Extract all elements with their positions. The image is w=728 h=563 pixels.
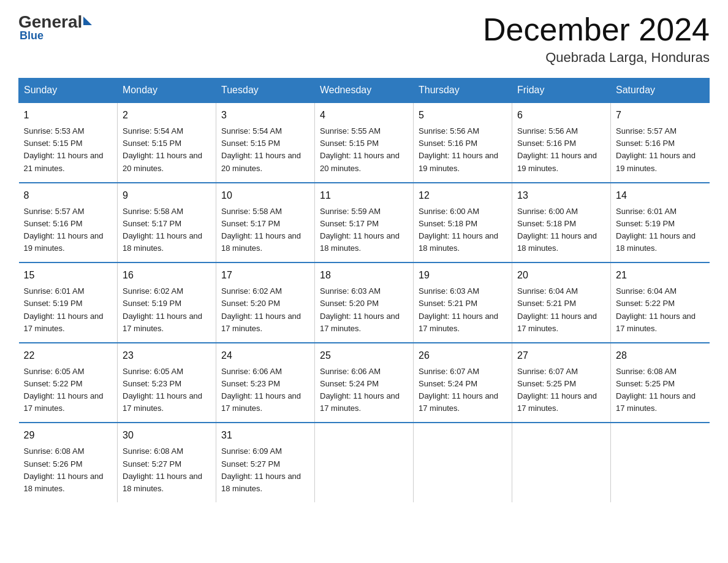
calendar-cell: 12Sunrise: 6:00 AMSunset: 5:18 PMDayligh… <box>414 183 512 263</box>
calendar-cell: 26Sunrise: 6:07 AMSunset: 5:24 PMDayligh… <box>414 343 512 423</box>
calendar-body: 1Sunrise: 5:53 AMSunset: 5:15 PMDaylight… <box>19 102 710 502</box>
calendar-cell: 15Sunrise: 6:01 AMSunset: 5:19 PMDayligh… <box>19 262 118 343</box>
page-header: General Blue December 2024 Quebrada Larg… <box>18 12 710 66</box>
day-info: Sunrise: 6:03 AMSunset: 5:20 PMDaylight:… <box>320 285 408 335</box>
day-number: 21 <box>616 268 705 283</box>
logo: General Blue <box>18 12 92 42</box>
calendar-cell <box>315 423 414 502</box>
day-number: 15 <box>24 268 113 283</box>
col-saturday: Saturday <box>611 79 710 103</box>
location-title: Quebrada Larga, Honduras <box>483 50 710 66</box>
day-info: Sunrise: 6:00 AMSunset: 5:18 PMDaylight:… <box>517 205 605 255</box>
day-number: 17 <box>221 268 309 283</box>
calendar-cell: 31Sunrise: 6:09 AMSunset: 5:27 PMDayligh… <box>216 423 315 502</box>
day-info: Sunrise: 5:58 AMSunset: 5:17 PMDaylight:… <box>221 205 309 255</box>
day-info: Sunrise: 6:08 AMSunset: 5:27 PMDaylight:… <box>123 445 211 495</box>
calendar-cell: 25Sunrise: 6:06 AMSunset: 5:24 PMDayligh… <box>315 343 414 423</box>
day-info: Sunrise: 6:08 AMSunset: 5:26 PMDaylight:… <box>24 445 113 495</box>
calendar-cell: 30Sunrise: 6:08 AMSunset: 5:27 PMDayligh… <box>118 423 216 502</box>
col-thursday: Thursday <box>414 79 512 103</box>
day-info: Sunrise: 5:58 AMSunset: 5:17 PMDaylight:… <box>123 205 211 255</box>
day-info: Sunrise: 6:01 AMSunset: 5:19 PMDaylight:… <box>616 205 705 255</box>
calendar-cell: 14Sunrise: 6:01 AMSunset: 5:19 PMDayligh… <box>611 183 710 263</box>
calendar-cell: 23Sunrise: 6:05 AMSunset: 5:23 PMDayligh… <box>118 343 216 423</box>
day-number: 3 <box>221 108 309 123</box>
day-number: 22 <box>24 348 113 363</box>
calendar-cell: 18Sunrise: 6:03 AMSunset: 5:20 PMDayligh… <box>315 262 414 343</box>
day-info: Sunrise: 5:54 AMSunset: 5:15 PMDaylight:… <box>221 125 309 175</box>
day-number: 5 <box>419 108 507 123</box>
calendar-week-row: 8Sunrise: 5:57 AMSunset: 5:16 PMDaylight… <box>19 183 710 263</box>
day-number: 16 <box>123 268 211 283</box>
day-info: Sunrise: 6:02 AMSunset: 5:19 PMDaylight:… <box>123 285 211 335</box>
calendar-cell: 29Sunrise: 6:08 AMSunset: 5:26 PMDayligh… <box>19 423 118 502</box>
day-number: 4 <box>320 108 408 123</box>
day-number: 14 <box>616 188 705 203</box>
calendar-cell: 19Sunrise: 6:03 AMSunset: 5:21 PMDayligh… <box>414 262 512 343</box>
calendar-cell: 10Sunrise: 5:58 AMSunset: 5:17 PMDayligh… <box>216 183 315 263</box>
calendar-cell: 27Sunrise: 6:07 AMSunset: 5:25 PMDayligh… <box>512 343 611 423</box>
calendar-cell: 21Sunrise: 6:04 AMSunset: 5:22 PMDayligh… <box>611 262 710 343</box>
calendar-cell: 11Sunrise: 5:59 AMSunset: 5:17 PMDayligh… <box>315 183 414 263</box>
day-number: 28 <box>616 348 705 363</box>
calendar-cell: 1Sunrise: 5:53 AMSunset: 5:15 PMDaylight… <box>19 102 118 183</box>
calendar-week-row: 22Sunrise: 6:05 AMSunset: 5:22 PMDayligh… <box>19 343 710 423</box>
calendar-cell: 24Sunrise: 6:06 AMSunset: 5:23 PMDayligh… <box>216 343 315 423</box>
day-number: 11 <box>320 188 408 203</box>
calendar-cell: 20Sunrise: 6:04 AMSunset: 5:21 PMDayligh… <box>512 262 611 343</box>
col-monday: Monday <box>118 79 216 103</box>
day-info: Sunrise: 5:54 AMSunset: 5:15 PMDaylight:… <box>123 125 211 175</box>
day-info: Sunrise: 5:57 AMSunset: 5:16 PMDaylight:… <box>616 125 705 175</box>
calendar-header-row: Sunday Monday Tuesday Wednesday Thursday… <box>19 79 710 103</box>
calendar-cell: 2Sunrise: 5:54 AMSunset: 5:15 PMDaylight… <box>118 102 216 183</box>
day-info: Sunrise: 6:07 AMSunset: 5:25 PMDaylight:… <box>517 366 605 415</box>
day-number: 6 <box>517 108 605 123</box>
calendar-cell: 4Sunrise: 5:55 AMSunset: 5:15 PMDaylight… <box>315 102 414 183</box>
day-number: 30 <box>123 428 211 443</box>
day-number: 9 <box>123 188 211 203</box>
day-info: Sunrise: 6:04 AMSunset: 5:22 PMDaylight:… <box>616 285 705 335</box>
day-info: Sunrise: 5:55 AMSunset: 5:15 PMDaylight:… <box>320 125 408 175</box>
calendar-cell: 5Sunrise: 5:56 AMSunset: 5:16 PMDaylight… <box>414 102 512 183</box>
calendar-cell: 22Sunrise: 6:05 AMSunset: 5:22 PMDayligh… <box>19 343 118 423</box>
day-number: 25 <box>320 348 408 363</box>
calendar-cell <box>414 423 512 502</box>
calendar-cell: 8Sunrise: 5:57 AMSunset: 5:16 PMDaylight… <box>19 183 118 263</box>
calendar-cell: 16Sunrise: 6:02 AMSunset: 5:19 PMDayligh… <box>118 262 216 343</box>
title-area: December 2024 Quebrada Larga, Honduras <box>483 12 710 66</box>
day-number: 7 <box>616 108 705 123</box>
day-number: 29 <box>24 428 113 443</box>
day-number: 2 <box>123 108 211 123</box>
calendar-cell: 17Sunrise: 6:02 AMSunset: 5:20 PMDayligh… <box>216 262 315 343</box>
calendar-cell <box>611 423 710 502</box>
col-sunday: Sunday <box>19 79 118 103</box>
day-info: Sunrise: 6:04 AMSunset: 5:21 PMDaylight:… <box>517 285 605 335</box>
day-info: Sunrise: 5:59 AMSunset: 5:17 PMDaylight:… <box>320 205 408 255</box>
month-title: December 2024 <box>483 12 710 47</box>
calendar-table: Sunday Monday Tuesday Wednesday Thursday… <box>18 78 710 502</box>
day-info: Sunrise: 6:08 AMSunset: 5:25 PMDaylight:… <box>616 366 705 415</box>
calendar-cell <box>512 423 611 502</box>
day-number: 10 <box>221 188 309 203</box>
day-info: Sunrise: 6:05 AMSunset: 5:23 PMDaylight:… <box>123 366 211 415</box>
col-tuesday: Tuesday <box>216 79 315 103</box>
day-info: Sunrise: 5:56 AMSunset: 5:16 PMDaylight:… <box>419 125 507 175</box>
col-friday: Friday <box>512 79 611 103</box>
day-info: Sunrise: 6:06 AMSunset: 5:24 PMDaylight:… <box>320 366 408 415</box>
day-info: Sunrise: 5:57 AMSunset: 5:16 PMDaylight:… <box>24 205 113 255</box>
day-info: Sunrise: 5:53 AMSunset: 5:15 PMDaylight:… <box>24 125 113 175</box>
day-info: Sunrise: 6:03 AMSunset: 5:21 PMDaylight:… <box>419 285 507 335</box>
calendar-week-row: 29Sunrise: 6:08 AMSunset: 5:26 PMDayligh… <box>19 423 710 502</box>
day-info: Sunrise: 6:00 AMSunset: 5:18 PMDaylight:… <box>419 205 507 255</box>
calendar-cell: 7Sunrise: 5:57 AMSunset: 5:16 PMDaylight… <box>611 102 710 183</box>
day-number: 12 <box>419 188 507 203</box>
calendar-week-row: 1Sunrise: 5:53 AMSunset: 5:15 PMDaylight… <box>19 102 710 183</box>
day-number: 31 <box>221 428 309 443</box>
day-number: 27 <box>517 348 605 363</box>
day-info: Sunrise: 6:06 AMSunset: 5:23 PMDaylight:… <box>221 366 309 415</box>
calendar-week-row: 15Sunrise: 6:01 AMSunset: 5:19 PMDayligh… <box>19 262 710 343</box>
day-number: 23 <box>123 348 211 363</box>
col-wednesday: Wednesday <box>315 79 414 103</box>
calendar-cell: 6Sunrise: 5:56 AMSunset: 5:16 PMDaylight… <box>512 102 611 183</box>
calendar-cell: 13Sunrise: 6:00 AMSunset: 5:18 PMDayligh… <box>512 183 611 263</box>
